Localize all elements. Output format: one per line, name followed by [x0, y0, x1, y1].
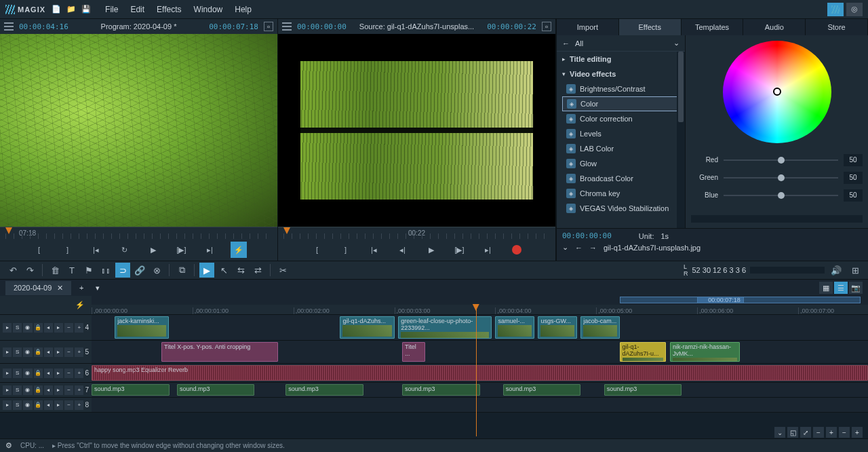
menu-file[interactable]: File: [105, 5, 118, 14]
menu-edit[interactable]: Edit: [130, 5, 144, 14]
tab-import[interactable]: Import: [557, 19, 619, 35]
nav-fwd-icon[interactable]: →: [589, 244, 597, 252]
ruler-body[interactable]: 00:00:07:18 ,00:00:00:00,00:00:01:00,00:…: [92, 296, 868, 314]
goto-end-button[interactable]: ▸|: [202, 242, 218, 258]
minus-button[interactable]: −: [64, 369, 73, 378]
marker-button[interactable]: ⚑: [81, 263, 96, 278]
hamburger-icon[interactable]: [4, 22, 14, 31]
slider-track[interactable]: [724, 177, 838, 178]
fx-item[interactable]: ◈Color correction: [562, 111, 679, 126]
project-menu-button[interactable]: ▾: [92, 282, 104, 294]
title-button[interactable]: T: [64, 263, 79, 278]
vol-button[interactable]: ◂: [44, 323, 53, 333]
source-tc-in[interactable]: 00:00:00:00: [297, 22, 347, 31]
zoom-in-h[interactable]: +: [826, 427, 837, 438]
eye-button[interactable]: ◉: [23, 323, 32, 333]
fx-category[interactable]: Title editing: [557, 52, 685, 67]
collapse-icon[interactable]: ⌄: [562, 243, 568, 252]
close-icon[interactable]: ✕: [57, 284, 63, 293]
clip[interactable]: jack-kaminski...: [115, 316, 169, 339]
footer-timecode[interactable]: 00:00:00:00: [562, 231, 612, 240]
plus-button[interactable]: +: [75, 400, 83, 410]
minus-button[interactable]: −: [64, 323, 73, 333]
fx-item[interactable]: ◈Color: [562, 96, 679, 111]
track-body[interactable]: sound.mp3sound.mp3sound.mp3sound.mp3soun…: [92, 383, 868, 397]
tab-templates[interactable]: Templates: [682, 19, 744, 35]
zoom-out-v[interactable]: −: [839, 427, 850, 438]
clip[interactable]: happy song.mp3 Equalizer Reverb: [92, 365, 868, 381]
settings-button[interactable]: ◎: [846, 3, 863, 16]
plus-button[interactable]: +: [75, 385, 83, 395]
vol-button[interactable]: ◂: [44, 385, 53, 395]
fx-item[interactable]: ◈Levels: [562, 126, 679, 141]
zoom-menu[interactable]: ⌄: [774, 427, 785, 438]
save-icon[interactable]: 💾: [81, 4, 92, 15]
program-preview[interactable]: [0, 34, 277, 227]
track-expand[interactable]: ▸: [3, 400, 12, 410]
loop-button[interactable]: ↻: [117, 242, 133, 258]
play-range-button[interactable]: [▶]: [174, 242, 190, 258]
fx-item[interactable]: ◈Broadcast Color: [562, 171, 679, 186]
play-range-button[interactable]: [▶]: [452, 242, 468, 258]
cursor-tool[interactable]: ↖: [216, 263, 231, 278]
zoom-out-h[interactable]: −: [813, 427, 824, 438]
clip[interactable]: sound.mp3: [177, 384, 255, 396]
plus-button[interactable]: +: [75, 323, 83, 333]
slider-track[interactable]: [724, 195, 838, 196]
redo-button[interactable]: ↷: [22, 263, 37, 278]
back-arrow-icon[interactable]: ←: [562, 39, 570, 48]
play-button[interactable]: ▶: [423, 242, 439, 258]
split-button[interactable]: ⧉: [174, 263, 189, 278]
maximize-icon[interactable]: ▫: [542, 22, 551, 31]
slider-thumb[interactable]: [778, 192, 785, 199]
out-point-button[interactable]: ]: [338, 242, 354, 258]
clip[interactable]: sound.mp3: [503, 384, 581, 396]
eye-button[interactable]: ◉: [23, 347, 32, 357]
lock-button[interactable]: 🔒: [34, 323, 43, 333]
open-folder-icon[interactable]: 📁: [66, 4, 77, 15]
prev-frame-button[interactable]: ◂|: [395, 242, 411, 258]
eye-button[interactable]: ◉: [23, 400, 32, 410]
group-button[interactable]: ⊗: [149, 263, 164, 278]
slider-value[interactable]: 50: [844, 154, 863, 166]
overview-range[interactable]: 00:00:07:18: [697, 297, 744, 303]
slider-thumb[interactable]: [778, 174, 785, 181]
solo-button[interactable]: S: [13, 369, 22, 378]
slider-thumb[interactable]: [778, 157, 785, 164]
menu-help[interactable]: Help: [235, 5, 252, 14]
track-body[interactable]: [92, 398, 868, 412]
unit-value[interactable]: 1s: [660, 232, 669, 240]
audio-tool[interactable]: ⫾⫾: [98, 263, 113, 278]
settings-icon[interactable]: ⚙: [5, 441, 12, 450]
track-expand[interactable]: ▸: [3, 347, 12, 357]
solo-button[interactable]: S: [13, 323, 22, 333]
lock-button[interactable]: 🔒: [34, 400, 43, 410]
delete-button[interactable]: 🗑: [47, 263, 62, 278]
vol-button[interactable]: ◂: [44, 369, 53, 378]
h-scrollbar[interactable]: [691, 215, 863, 223]
clip[interactable]: gil-q1-dAZuhs...: [340, 316, 394, 339]
clip[interactable]: Titel ...: [402, 342, 425, 362]
solo-button[interactable]: S: [13, 385, 22, 395]
chevron-down-icon[interactable]: ⌄: [673, 39, 679, 48]
record-button[interactable]: [509, 242, 525, 258]
scrollbar[interactable]: [677, 52, 685, 228]
nav-back-icon[interactable]: ←: [575, 244, 583, 252]
color-wheel[interactable]: [723, 41, 831, 143]
fx-item[interactable]: ◈LAB Color: [562, 141, 679, 156]
slip-tool[interactable]: ⇄: [250, 263, 265, 278]
track-body[interactable]: Titel X-pos. Y-pos. Anti croppingTitel .…: [92, 341, 868, 363]
solo-button[interactable]: S: [13, 347, 22, 357]
tab-audio[interactable]: Audio: [743, 19, 806, 35]
track-expand[interactable]: ▸: [3, 369, 12, 378]
clip[interactable]: usgs-GW...: [538, 316, 576, 339]
cut-tool[interactable]: ✂: [275, 263, 290, 278]
track-body[interactable]: happy song.mp3 Equalizer Reverb: [92, 364, 868, 382]
clip[interactable]: sound.mp3: [92, 384, 170, 396]
lock-button[interactable]: 🔒: [34, 369, 43, 378]
effects-toggle-button[interactable]: ⚡: [231, 242, 247, 258]
zoom-fit[interactable]: ◱: [787, 427, 798, 438]
fx-item[interactable]: ◈VEGAS Video Stabilization: [562, 201, 679, 216]
eye-button[interactable]: ◉: [23, 369, 32, 378]
minus-button[interactable]: −: [64, 385, 73, 395]
